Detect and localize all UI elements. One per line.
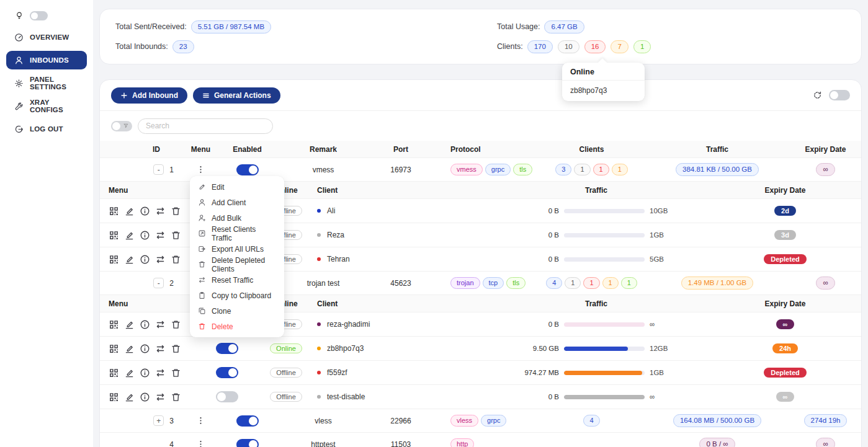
client-count-pill[interactable]: 1 (593, 164, 609, 175)
qrcode-button[interactable] (109, 343, 119, 354)
reset-client-traffic-button[interactable] (155, 368, 166, 378)
context-menu-item-copy-to-clipboard[interactable]: Copy to Clipboard (190, 288, 284, 303)
qrcode-button[interactable] (109, 206, 119, 216)
enabled-toggle[interactable] (236, 415, 259, 427)
edit-client-button[interactable] (124, 392, 135, 402)
reset-client-traffic-button[interactable] (155, 254, 166, 265)
inbound-port: 11503 (391, 440, 411, 447)
edit-client-button[interactable] (124, 230, 135, 241)
client-enabled-toggle[interactable] (216, 343, 238, 354)
port-cell: 16973 (370, 166, 432, 174)
client-info-button[interactable] (140, 206, 150, 216)
collapse-button[interactable]: - (153, 164, 164, 175)
edit-client-button[interactable] (124, 206, 135, 216)
port-cell: 45623 (370, 279, 432, 288)
qrcode-button[interactable] (109, 368, 119, 378)
delete-client-button[interactable] (171, 230, 181, 241)
context-menu-item-export-all-urls[interactable]: Export All URLs (190, 241, 284, 257)
edit-client-button[interactable] (124, 368, 135, 378)
client-count-pill[interactable]: 1 (583, 277, 599, 289)
clients-cell: 4 (537, 415, 646, 427)
auto-refresh-toggle[interactable] (829, 90, 850, 100)
client-info-button[interactable] (140, 230, 150, 241)
context-menu-item-reset-clients-traffic[interactable]: Reset Clients Traffic (190, 226, 284, 241)
qrcode-button[interactable] (109, 392, 119, 402)
edit-client-button[interactable] (124, 319, 135, 330)
client-count-pill[interactable]: 3 (555, 164, 571, 175)
context-menu-item-add-bulk[interactable]: Add Bulk (190, 210, 284, 226)
client-count-pill[interactable]: 1 (602, 277, 619, 289)
clients-count-pill-blue[interactable]: 170 (527, 40, 553, 53)
delete-client-button[interactable] (171, 343, 181, 354)
clone-icon (198, 307, 206, 315)
expiry-badge: ∞ (776, 319, 795, 329)
sidebar-item-xray-configs[interactable]: XRAY CONFIGS (6, 97, 87, 115)
enabled-toggle[interactable] (236, 439, 259, 447)
delete-client-button[interactable] (171, 392, 181, 402)
client-info-button[interactable] (140, 254, 150, 265)
context-menu-item-clone[interactable]: Clone (190, 303, 284, 319)
client-count-pill[interactable]: 1 (574, 164, 590, 175)
qrcode-button[interactable] (109, 254, 119, 265)
enabled-toggle[interactable] (236, 164, 259, 175)
protocol-cell: vmessgrpctls (432, 164, 537, 175)
search-input[interactable] (138, 118, 273, 134)
popover-title: Online (562, 63, 645, 81)
reset-client-traffic-button[interactable] (155, 343, 166, 354)
row-menu-button[interactable] (196, 165, 205, 174)
reset-client-traffic-button[interactable] (155, 319, 166, 330)
row-menu-button[interactable] (196, 440, 205, 447)
clients-count-pill-orange[interactable]: 7 (611, 40, 628, 53)
sidebar-item-inbounds[interactable]: INBOUNDS (6, 51, 87, 69)
column-header-label: Enabled (233, 145, 262, 154)
client-info-button[interactable] (140, 392, 150, 402)
reset-client-traffic-button[interactable] (155, 230, 166, 241)
column-header-clients: Clients (537, 145, 646, 154)
clients-count-pill-red[interactable]: 16 (584, 40, 606, 53)
clients-count-pill-gray[interactable]: 10 (558, 40, 579, 53)
edit-client-button[interactable] (124, 343, 135, 354)
stats-right: Total Usage: 6.47 GB Clients: 170101671 (497, 9, 651, 64)
general-actions-button[interactable]: General Actions (193, 87, 280, 104)
context-menu-item-reset-traffic[interactable]: Reset Traffic (190, 272, 284, 288)
delete-client-button[interactable] (171, 368, 181, 378)
client-enabled-toggle[interactable] (216, 391, 238, 402)
delete-client-button[interactable] (171, 319, 181, 330)
client-info-button[interactable] (140, 368, 150, 378)
sidebar-item-log-out[interactable]: LOG OUT (6, 120, 87, 138)
traffic-used: 0 B (517, 207, 559, 215)
client-count-pill[interactable]: 4 (583, 415, 599, 427)
client-count-pill[interactable]: 1 (612, 164, 628, 175)
edit-client-button[interactable] (124, 254, 135, 265)
qrcode-button[interactable] (109, 319, 119, 330)
context-menu-item-edit[interactable]: Edit (190, 179, 284, 195)
client-count-pill[interactable]: 1 (565, 277, 581, 289)
reset-client-traffic-button[interactable] (155, 392, 166, 402)
expand-button[interactable]: + (153, 415, 164, 426)
client-info-button[interactable] (140, 343, 150, 354)
filter-toggle[interactable] (111, 121, 132, 131)
client-info-button[interactable] (140, 319, 150, 330)
delete-client-button[interactable] (171, 254, 181, 265)
stat-label: Clients: (497, 42, 523, 51)
collapse-button[interactable]: - (153, 278, 164, 288)
delete-client-button[interactable] (171, 206, 181, 216)
reset-client-traffic-button[interactable] (155, 206, 166, 216)
client-enabled-toggle[interactable] (216, 367, 238, 378)
context-menu-item-add-client[interactable]: Add Client (190, 195, 284, 210)
client-column-header-traffic: Traffic (485, 299, 708, 308)
context-menu-item-delete-depleted-clients[interactable]: Delete Depleted Clients (190, 257, 284, 272)
add-inbound-button[interactable]: Add Inbound (111, 87, 187, 104)
context-menu-item-delete[interactable]: Delete (190, 319, 284, 334)
client-name-cell: f559zf (311, 368, 485, 377)
sidebar-item-panel-settings[interactable]: PANEL SETTINGS (6, 74, 87, 92)
client-count-pill[interactable]: 1 (621, 277, 637, 289)
clients-count-pill-green[interactable]: 1 (633, 40, 651, 53)
sidebar-item-overview[interactable]: OVERVIEW (6, 28, 87, 46)
client-name-cell: test-disable (311, 392, 485, 401)
row-menu-button[interactable] (196, 416, 205, 425)
client-count-pill[interactable]: 4 (546, 277, 562, 289)
refresh-icon[interactable] (813, 91, 822, 100)
theme-toggle[interactable] (30, 11, 48, 20)
qrcode-button[interactable] (109, 230, 119, 241)
